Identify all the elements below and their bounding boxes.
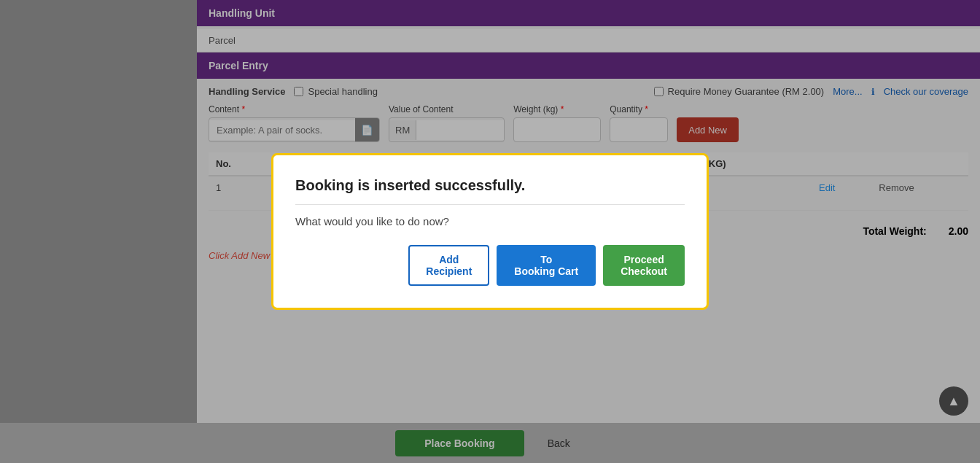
modal-overlay: Booking is inserted successfully. What w… (0, 0, 980, 463)
proceed-checkout-line1: Proceed (623, 254, 664, 265)
success-modal: Booking is inserted successfully. What w… (271, 153, 709, 310)
proceed-checkout-line2: Checkout (621, 265, 667, 277)
add-recipient-line1: Add (439, 254, 459, 265)
add-recipient-button[interactable]: Add Recipient (408, 245, 489, 286)
proceed-checkout-button[interactable]: Proceed Checkout (603, 245, 685, 286)
add-recipient-line2: Recipient (426, 265, 472, 277)
modal-title: Booking is inserted successfully. (295, 177, 685, 205)
to-booking-cart-line1: To (540, 254, 552, 265)
modal-buttons: Add Recipient To Booking Cart Proceed Ch… (295, 245, 685, 286)
to-booking-cart-button[interactable]: To Booking Cart (497, 245, 596, 286)
to-booking-cart-line2: Booking Cart (514, 265, 578, 277)
modal-message: What would you like to do now? (295, 215, 685, 227)
